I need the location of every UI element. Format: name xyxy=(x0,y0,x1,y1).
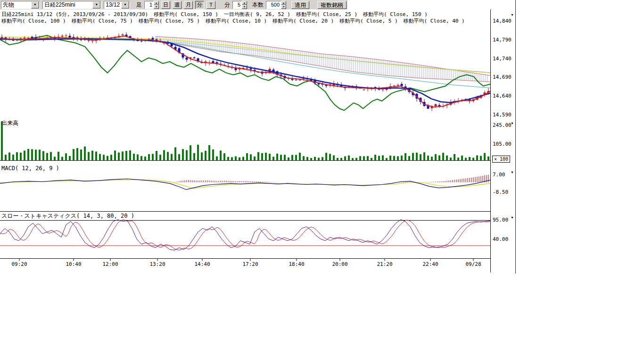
price-axis-label: 14,740 xyxy=(493,56,512,62)
toolbar: 先物 ▼ 日経225mini ▼ 13/12 ▼ 足 1 ▲▼ 日 週 月 分 … xyxy=(0,0,516,10)
instrument-type-value: 先物 xyxy=(1,1,31,9)
time-axis-label: 09/28 xyxy=(464,261,483,267)
period-day-button[interactable]: 日 xyxy=(161,1,170,9)
candle-body xyxy=(246,68,248,68)
price-axis-label: 14,590 xyxy=(493,112,512,118)
candle-body xyxy=(58,37,60,37)
chart-plot[interactable]: 日経225mini 13/12 (5分, 2013/09/26 - 2013/0… xyxy=(0,9,491,272)
volume-pane-label: 出来高 xyxy=(1,119,18,127)
spinner-arrows[interactable]: ▲▼ xyxy=(154,1,159,9)
chart-title: 日経225mini 13/12 (5分, 2013/09/26 - 2013/0… xyxy=(1,11,148,18)
candle-body xyxy=(193,58,196,58)
candle-body xyxy=(438,105,441,107)
dropdown-arrow-icon[interactable]: ▼ xyxy=(92,1,100,8)
pane-scroll-arrow-icon[interactable]: ▼ xyxy=(511,216,514,220)
candle-body xyxy=(295,80,297,80)
macd-lines xyxy=(0,179,490,190)
symbol-value: 日経225mini xyxy=(43,1,92,9)
instrument-type-select[interactable]: 先物 ▼ xyxy=(1,1,40,9)
period-month-button[interactable]: 月 xyxy=(184,1,193,9)
time-axis-label: 14:40 xyxy=(193,261,212,267)
trading-chart-window: 先物 ▼ 日経225mini ▼ 13/12 ▼ 足 1 ▲▼ 日 週 月 分 … xyxy=(0,0,644,362)
candlestick-series xyxy=(1,33,490,111)
primary-ma-lines xyxy=(0,36,490,107)
spin-down-icon[interactable]: ▼ xyxy=(281,5,286,9)
ma-75-cyan-line xyxy=(0,39,490,88)
period-minute-button[interactable]: 分 xyxy=(195,1,204,9)
right-axis: × 100 14,84014,79014,74014,69014,64014,5… xyxy=(491,9,515,272)
candle-body xyxy=(212,61,215,63)
candle-body xyxy=(299,80,301,80)
candle-body xyxy=(140,41,143,41)
macd-pane-label: MACD( 12, 26, 9 ) xyxy=(1,165,59,172)
indicator-label: 移動平均( Close, 100 ) xyxy=(1,17,66,25)
spinner-arrows[interactable]: ▲▼ xyxy=(281,1,286,9)
candle-body xyxy=(65,35,67,36)
indicator-legend-line1: 日経225mini 13/12 (5分, 2013/09/26 - 2013/0… xyxy=(1,11,428,18)
contract-month-select[interactable]: 13/12 ▼ xyxy=(104,1,130,9)
indicator-label: 移動平均( Close, 25 ) xyxy=(296,11,357,18)
price-axis-label: 14,840 xyxy=(493,18,512,24)
toolbar-controls: 先物 ▼ 日経225mini ▼ 13/12 ▼ 足 1 ▲▼ 日 週 月 分 … xyxy=(0,0,347,9)
bar-interval-spinner[interactable]: 1 ▲▼ xyxy=(144,1,159,9)
multi-symbol-button[interactable]: 複数銘柄 xyxy=(317,1,347,9)
bar-count-label: 本数 xyxy=(252,1,264,9)
candle-body xyxy=(435,104,437,106)
spin-up-icon[interactable]: ▲ xyxy=(242,1,247,5)
time-axis-label: 17:20 xyxy=(241,261,260,267)
pane-scroll-arrow-icon[interactable]: ▼ xyxy=(511,171,514,174)
spin-down-icon[interactable]: ▼ xyxy=(242,5,247,9)
indicator-label: 移動平均( Close, 75 ) xyxy=(139,17,200,25)
time-axis-label: 13:20 xyxy=(148,261,167,267)
candle-body xyxy=(24,38,26,39)
spinner-arrows[interactable]: ▲▼ xyxy=(242,1,247,9)
stochastics-pane-label: スロー・ストキャスティクス( 14, 3, 80, 20 ) xyxy=(1,212,134,220)
dropdown-arrow-icon[interactable]: ▼ xyxy=(31,1,39,8)
spin-up-icon[interactable]: ▲ xyxy=(281,1,286,5)
candle-body xyxy=(152,38,154,40)
apply-button[interactable]: 適用 xyxy=(291,1,309,9)
bar-count-value: 500 xyxy=(266,1,281,9)
pane-scroll-arrow-icon[interactable]: ▼ xyxy=(511,122,514,125)
macd-histogram xyxy=(175,175,488,182)
candle-body xyxy=(397,85,399,85)
stoch-axis-label: 40.00 xyxy=(493,236,508,242)
stoch-axis-label: 95.00 xyxy=(493,217,508,223)
stochastics-series xyxy=(0,220,490,250)
candle-body xyxy=(88,41,90,41)
candle-body xyxy=(61,36,64,37)
candle-body xyxy=(186,58,188,60)
minute-interval-spinner[interactable]: 5 ▲▼ xyxy=(232,1,247,9)
volume-axis-label: 105.00 xyxy=(493,141,512,147)
indicator-label: 移動平均( Close, 150 ) xyxy=(363,11,428,18)
macd-axis-label: -8.50 xyxy=(493,189,508,195)
chart-canvas[interactable] xyxy=(0,9,490,272)
candle-body xyxy=(31,37,33,38)
candle-body xyxy=(382,90,384,90)
volume-axis-label: 245.00 xyxy=(493,122,512,128)
contract-month-value: 13/12 xyxy=(104,1,121,8)
bar-interval-value: 1 xyxy=(144,1,154,9)
ma-10-red-line xyxy=(0,36,490,107)
time-axis-label: 10:40 xyxy=(64,261,83,267)
period-tick-button[interactable]: T xyxy=(206,1,215,9)
bar-count-spinner[interactable]: 500 ▲▼ xyxy=(266,1,286,9)
candle-body xyxy=(363,90,365,90)
price-axis-label: 14,690 xyxy=(493,74,512,80)
spin-down-icon[interactable]: ▼ xyxy=(154,5,159,9)
candle-body xyxy=(250,68,252,69)
volume-series xyxy=(2,121,488,160)
indicator-label: 移動平均( Close, 75 ) xyxy=(72,17,133,25)
time-axis-label: 09:20 xyxy=(10,261,29,267)
indicator-label: 移動平均( Close, 40 ) xyxy=(404,17,465,25)
bar-type-label: 足 xyxy=(136,1,142,9)
candle-body xyxy=(91,41,94,41)
spin-up-icon[interactable]: ▲ xyxy=(154,1,159,5)
candle-body xyxy=(393,86,396,86)
candle-body xyxy=(69,36,71,37)
period-week-button[interactable]: 週 xyxy=(173,1,182,9)
time-axis-label: 22:40 xyxy=(421,261,440,267)
symbol-select[interactable]: 日経225mini ▼ xyxy=(42,1,102,9)
pane-scroll-arrow-icon[interactable]: ▼ xyxy=(511,13,514,17)
dropdown-arrow-icon[interactable]: ▼ xyxy=(121,1,129,8)
